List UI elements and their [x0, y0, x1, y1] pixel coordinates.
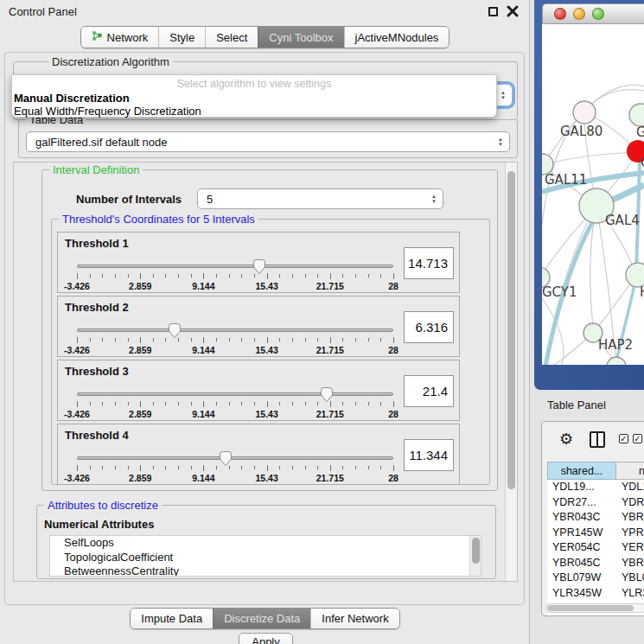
network-node-gal80[interactable]	[573, 101, 596, 124]
checkbox-icon[interactable]: ✓	[633, 434, 642, 443]
tab-label: Network	[107, 31, 149, 44]
tab-impute-data[interactable]: Impute Data	[131, 609, 213, 628]
column-header-shared-name[interactable]: shared...	[547, 462, 616, 480]
table-row[interactable]: YER054CYER0	[547, 540, 644, 556]
slider-ticks	[77, 465, 393, 472]
table-row[interactable]: YBR045CYBR0	[547, 556, 644, 571]
threshold-slider[interactable]: -3.4262.8599.14415.4321.71528	[77, 322, 393, 355]
slider-ticks	[77, 337, 393, 344]
network-window-titlebar[interactable]	[542, 3, 644, 24]
slider-thumb[interactable]	[252, 258, 266, 275]
slider-tick-labels: -3.4262.8599.14415.4321.71528	[77, 473, 393, 483]
threshold-value-field[interactable]: 11.344	[404, 439, 454, 471]
threshold-value-field[interactable]: 21.4	[404, 375, 454, 407]
cell-name[interactable]: YDR2	[616, 495, 644, 511]
tab-style[interactable]: Style	[158, 27, 205, 48]
network-icon	[92, 30, 103, 44]
slider-track[interactable]	[77, 328, 393, 332]
tab-jactivemnodules[interactable]: jActiveMNodules	[344, 27, 450, 48]
slider-tick-labels: -3.4262.8599.14415.4321.71528	[77, 281, 393, 291]
attribute-list-item[interactable]: BetweennessCentrality	[50, 564, 481, 577]
tab-cyni-toolbox[interactable]: Cyni Toolbox	[258, 27, 343, 48]
threshold-label: Threshold 1	[65, 237, 129, 250]
slider-tick-label: 15.43	[255, 473, 277, 483]
table-row[interactable]: YDR27...YDR2	[547, 495, 644, 511]
algorithm-placeholder-option[interactable]: Select algorithm to view settings	[12, 78, 496, 90]
close-window-icon[interactable]	[554, 8, 566, 20]
number-of-intervals-combobox[interactable]: 5 ▲▼	[197, 188, 443, 209]
settings-scrollbar-thumb[interactable]	[507, 171, 515, 489]
slider-thumb[interactable]	[320, 386, 334, 403]
table-data-combobox[interactable]: galFiltered.sif default node ▲▼	[26, 131, 510, 152]
cell-name[interactable]: YBR0	[616, 510, 644, 526]
attribute-list-item[interactable]: SelfLoops	[50, 536, 481, 551]
slider-tick-labels: -3.4262.8599.14415.4321.71528	[77, 345, 393, 355]
spinner-arrows-icon[interactable]: ▲▼	[498, 137, 503, 147]
cell-name[interactable]: YLR3	[616, 586, 644, 602]
cell-name[interactable]: YDL1	[616, 480, 644, 495]
cell-shared-name[interactable]: YBR045C	[547, 556, 616, 571]
cell-shared-name[interactable]: YBR043C	[547, 510, 616, 526]
algorithm-option-equal-width[interactable]: Equal Width/Frequency Discretization	[14, 105, 201, 118]
list-scrollbar-thumb[interactable]	[472, 538, 480, 564]
cell-shared-name[interactable]: YER054C	[547, 540, 616, 556]
slider-track[interactable]	[77, 265, 393, 268]
cell-name[interactable]: YBR0	[616, 556, 644, 571]
checkbox-icon[interactable]: ✓	[619, 434, 628, 443]
zoom-window-icon[interactable]	[592, 8, 604, 20]
slider-track[interactable]	[77, 456, 393, 460]
tab-network[interactable]: Network	[81, 27, 159, 48]
cell-name[interactable]: YBL0	[616, 571, 644, 586]
settings-scrollbar[interactable]	[505, 163, 517, 581]
threshold-slider[interactable]: -3.4262.8599.14415.4321.71528	[77, 450, 393, 483]
slider-ticks	[77, 401, 393, 408]
table-data-value: galFiltered.sif default node	[35, 136, 167, 149]
table-scrollbar-thumb[interactable]	[547, 605, 634, 611]
slider-thumb[interactable]	[219, 450, 233, 467]
slider-track[interactable]	[77, 392, 393, 396]
threshold-label: Threshold 2	[65, 301, 129, 314]
apply-button[interactable]: Apply	[239, 633, 293, 644]
table-row[interactable]: YLR345WYLR3	[547, 586, 644, 602]
minimize-window-icon[interactable]	[573, 8, 585, 20]
cell-shared-name[interactable]: YDL19...	[547, 480, 616, 495]
threshold-value-field[interactable]: 14.713	[404, 247, 454, 279]
threshold-value-field[interactable]: 6.316	[404, 311, 454, 343]
slider-tick-label: 2.859	[129, 281, 151, 291]
list-scrollbar[interactable]	[469, 536, 481, 576]
float-window-icon[interactable]	[488, 7, 498, 16]
table-row[interactable]: YDL19...YDL1	[547, 480, 644, 495]
table-row[interactable]: YPR145WYPR1	[547, 526, 644, 541]
table-header-row: shared... n	[547, 462, 644, 480]
cell-shared-name[interactable]: YLR345W	[547, 586, 616, 602]
attribute-list-item[interactable]: TopologicalCoefficient	[50, 551, 481, 565]
tab-select[interactable]: Select	[205, 27, 258, 48]
cell-shared-name[interactable]: YDR27...	[547, 495, 616, 511]
cell-name[interactable]: YER0	[616, 540, 644, 556]
table-horizontal-scrollbar[interactable]	[545, 603, 644, 613]
table-row[interactable]: YBR043CYBR0	[547, 510, 644, 526]
column-header-name[interactable]: n	[616, 462, 644, 480]
numerical-attributes-list[interactable]: SelfLoopsTopologicalCoefficientBetweenne…	[49, 535, 481, 577]
interval-definition-title: Interval Definition	[49, 163, 143, 176]
spinner-arrows-icon[interactable]: ▲▼	[431, 194, 437, 204]
network-node-bottom[interactable]	[607, 357, 626, 365]
close-icon[interactable]	[507, 5, 519, 17]
threshold-slider[interactable]: -3.4262.8599.14415.4321.71528	[77, 386, 393, 419]
table-data-group: Table Data galFiltered.sif default node …	[18, 119, 518, 158]
algorithm-option-manual[interactable]: Manual Discretization	[14, 92, 130, 105]
table-row[interactable]: YBL079WYBL0	[547, 571, 644, 586]
cell-name[interactable]: YPR1	[616, 526, 644, 541]
network-node-right-top[interactable]	[629, 104, 644, 126]
threshold-slider[interactable]: -3.4262.8599.14415.4321.71528	[77, 258, 393, 291]
spinner-arrows-icon[interactable]: ▲▼	[501, 90, 506, 100]
tab-infer-network[interactable]: Infer Network	[310, 609, 399, 628]
network-node-right-mid[interactable]	[626, 263, 644, 287]
cell-shared-name[interactable]: YPR145W	[547, 526, 616, 541]
tab-discretize-data[interactable]: Discretize Data	[213, 609, 310, 628]
cell-shared-name[interactable]: YBL079W	[547, 571, 616, 586]
network-canvas[interactable]: GAL80 G C GAL11 GAL4 GCY1 H HAP2	[542, 24, 644, 365]
gear-icon[interactable]: ⚙	[559, 430, 573, 448]
split-view-icon[interactable]	[590, 431, 605, 448]
slider-thumb[interactable]	[168, 322, 182, 339]
